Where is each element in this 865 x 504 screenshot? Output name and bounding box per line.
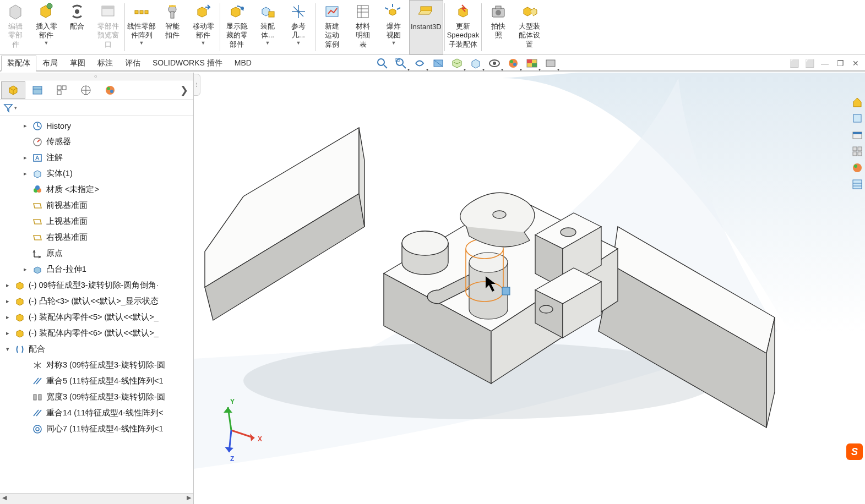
tree-expand-icon[interactable]: ▸ [4, 330, 11, 337]
ribbon-smart-fastener[interactable]: 智能 扣件 [157, 0, 188, 54]
tree-row[interactable]: 右视基准面 [0, 229, 193, 245]
ribbon-label: 智能 扣件 [165, 22, 179, 40]
tree-filter[interactable]: ▾ [0, 100, 193, 116]
snapshot-icon [489, 2, 508, 21]
tree-row[interactable]: 传感器 [0, 134, 193, 150]
panel-expand-icon[interactable]: ❯ [176, 82, 192, 98]
ribbon-ref-geometry[interactable]: 参考 几...▼ [283, 0, 314, 54]
svg-point-85 [853, 163, 862, 172]
tree-row[interactable]: 原点 [0, 245, 193, 261]
tree-row[interactable]: ▸(-) 装配体内零件<5> (默认<<默认>_ [0, 309, 193, 325]
svg-point-31 [510, 60, 513, 63]
heads-up-view-toolbar: ▾ ▾ ▾ ▾ ▾ ▾ ▾ ▾ [374, 53, 558, 74]
ribbon-preview-window: 零部件 预览窗 口 [93, 0, 123, 54]
tree-expand-icon[interactable]: ▸ [22, 122, 29, 129]
tree-expand-icon[interactable]: ▸ [4, 298, 11, 305]
ribbon-label: 插入零 部件 [36, 22, 57, 40]
tree-row[interactable]: 重合14 (11特征成型4-线性阵列< [0, 405, 193, 421]
tree-expand-icon[interactable]: ▸ [4, 282, 11, 289]
feature-tree-tab[interactable] [1, 81, 25, 99]
next-doc-icon[interactable]: ⬜ [803, 57, 815, 69]
feature-tree[interactable]: ⌃ ▸History传感器▸A注解▸实体(1)材质 <未指定>前视基准面上视基准… [0, 116, 193, 493]
ribbon-motion-study[interactable]: 新建 运动 算例 [317, 0, 347, 54]
scene-icon[interactable]: ▾ [524, 56, 540, 71]
ribbon-speedpak[interactable]: 更新 Speedpak 子装配体 [446, 0, 481, 54]
tree-expand-icon[interactable]: ▾ [4, 346, 11, 353]
tree-row[interactable]: ▸A注解 [0, 150, 193, 166]
close-icon[interactable]: ✕ [850, 57, 862, 69]
tree-row[interactable]: 重合5 (11特征成型4-线性阵列<1 [0, 373, 193, 389]
view-orientation-icon[interactable]: ▾ [449, 56, 465, 71]
tree-row[interactable]: ▸实体(1) [0, 166, 193, 182]
graphics-viewport[interactable]: ︙ [194, 73, 865, 504]
taskpane-appearances-icon[interactable] [850, 161, 864, 175]
ribbon-bom[interactable]: 材料 明细 表 [347, 0, 378, 54]
ribbon-exploded-view[interactable]: 爆炸 视图▼ [378, 0, 409, 54]
tree-row[interactable]: 前视基准面 [0, 198, 193, 213]
tree-row[interactable]: ▸(-) 装配体内零件<6> (默认<<默认>_ [0, 325, 193, 341]
appearance-icon[interactable]: ▾ [505, 56, 521, 71]
tree-expand-icon[interactable]: ▸ [4, 314, 11, 321]
taskpane-library-icon[interactable] [850, 111, 864, 125]
ribbon-show-hidden[interactable]: 显示隐 藏的零 部件 [221, 0, 252, 54]
taskpane-explorer-icon[interactable] [850, 128, 864, 142]
property-manager-tab[interactable] [25, 81, 50, 99]
dimxpert-manager-tab[interactable] [74, 81, 98, 99]
ribbon-linear-pattern[interactable]: 线性零部 件阵列▼ [126, 0, 157, 54]
tab-2[interactable]: 草图 [64, 56, 91, 70]
ribbon-insert-component[interactable]: 插入零 部件▼ [31, 0, 62, 54]
ribbon-mate[interactable]: 配合 [62, 0, 93, 54]
restore-icon[interactable]: ❐ [834, 57, 846, 69]
tab-1[interactable]: 布局 [36, 56, 64, 70]
large-assembly-icon [520, 2, 538, 21]
ribbon-label: 材料 明细 表 [356, 22, 370, 49]
ribbon-large-assembly[interactable]: 大型装 配体设 置 [514, 0, 545, 54]
tab-3[interactable]: 标注 [91, 56, 119, 70]
svg-rect-17 [421, 7, 432, 11]
tree-row[interactable]: 宽度3 (09特征成型3-旋转切除-圆 [0, 389, 193, 405]
minimize-icon[interactable]: — [819, 57, 831, 69]
tree-row[interactable]: 对称3 (09特征成型3-旋转切除-圆 [0, 357, 193, 373]
tab-4[interactable]: 评估 [119, 56, 146, 70]
tree-row[interactable]: ▸(-) 09特征成型3-旋转切除-圆角倒角· [0, 277, 193, 293]
hide-show-icon[interactable]: ▾ [487, 56, 502, 71]
tree-row[interactable]: 上视基准面 [0, 213, 193, 229]
tree-row[interactable]: ▸(-) 凸轮<3> (默认<<默认>_显示状态 [0, 293, 193, 309]
zoom-fit-icon[interactable] [374, 56, 390, 71]
tree-row[interactable]: 同心7 (11特征成型4-线性阵列<1 [0, 421, 193, 437]
taskpane-custom-props-icon[interactable] [850, 177, 864, 191]
ribbon-instant3d[interactable]: Instant3D [409, 0, 443, 54]
tree-row[interactable]: ▾配合 [0, 341, 193, 357]
taskpane-view-palette-icon[interactable] [850, 144, 864, 158]
section-view-icon[interactable] [431, 56, 446, 71]
display-manager-tab[interactable] [98, 81, 122, 99]
taskpane-home-icon[interactable] [850, 95, 864, 109]
tab-5[interactable]: SOLIDWORKS 插件 [146, 56, 229, 70]
tree-row[interactable]: 材质 <未指定> [0, 182, 193, 198]
previous-view-icon[interactable]: ▾ [412, 56, 427, 71]
sogou-ime-icon[interactable]: S [846, 443, 863, 460]
tree-row[interactable]: ▸History [0, 118, 193, 134]
ribbon-snapshot[interactable]: 拍快 照 [483, 0, 514, 54]
panel-grip[interactable]: ○ [0, 73, 193, 80]
ribbon-move-component[interactable]: 移动零 部件▼ [188, 0, 219, 54]
tree-expand-icon[interactable]: ▸ [22, 154, 29, 161]
configuration-manager-tab[interactable] [50, 81, 74, 99]
plane-icon [32, 200, 43, 211]
origin-icon [32, 248, 43, 259]
tree-horizontal-scrollbar[interactable] [0, 493, 193, 504]
zoom-area-icon[interactable]: ▾ [393, 56, 409, 71]
tree-row[interactable]: ▸凸台-拉伸1 [0, 261, 193, 277]
svg-rect-13 [357, 6, 368, 18]
view-settings-icon[interactable]: ▾ [543, 56, 558, 71]
ribbon-assembly-features[interactable]: 装配 体...▼ [252, 0, 283, 54]
svg-rect-5 [140, 10, 143, 14]
tab-0[interactable]: 装配体 [1, 56, 36, 72]
display-style-icon[interactable]: ▾ [468, 56, 483, 71]
tree-expand-icon[interactable]: ▸ [22, 170, 29, 177]
tree-label: 宽度3 (09特征成型3-旋转切除-圆 [46, 392, 165, 402]
tree-label: (-) 装配体内零件<6> (默认<<默认>_ [29, 328, 159, 338]
prev-doc-icon[interactable]: ⬜ [788, 57, 800, 69]
tab-6[interactable]: MBD [229, 56, 258, 70]
tree-expand-icon[interactable]: ▸ [22, 266, 29, 273]
